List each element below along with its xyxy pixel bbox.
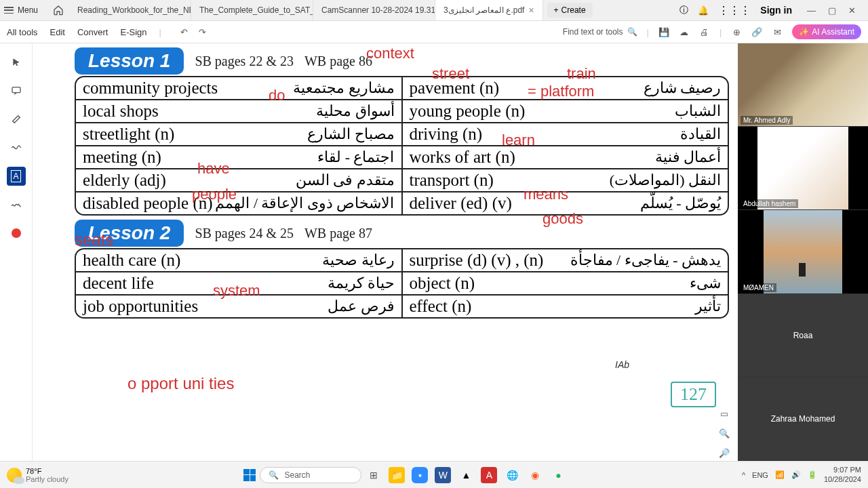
tab-sat-guide[interactable]: The_Complete_Guide_to_SAT_...: [191, 0, 313, 20]
convert-button[interactable]: Convert: [77, 27, 108, 37]
cloud-icon[interactable]: ☁: [679, 26, 690, 37]
share-icon[interactable]: ⊕: [731, 26, 742, 37]
spotify-icon[interactable]: ●: [550, 467, 566, 483]
page-fit-icon[interactable]: ▭: [720, 409, 728, 419]
annotation-means: means: [524, 186, 568, 203]
sign-tool-icon[interactable]: [7, 195, 26, 214]
table-row: health care (n)رعاية صحيةsurprise (d) (v…: [76, 249, 728, 272]
brave-icon[interactable]: ◉: [527, 467, 543, 483]
table-row: elderly (adj)متقدم فى السنtransport (n)ا…: [76, 169, 728, 192]
help-icon[interactable]: ⓘ: [679, 4, 688, 16]
tab-camscanner[interactable]: CamScanner 10-28-2024 19.31.pdf☆: [313, 0, 435, 20]
annotation-people: people: [192, 186, 237, 203]
annotation-system: system: [213, 282, 260, 300]
edit-button[interactable]: Edit: [50, 27, 65, 37]
zoom-in-icon[interactable]: 🔍: [719, 428, 730, 439]
text-cursor-hint: IAb: [615, 359, 629, 370]
annotation-context: context: [366, 45, 414, 62]
drive-icon[interactable]: ▲: [458, 467, 474, 483]
svg-rect-0: [12, 87, 20, 93]
table-row: meeting (n)اجتماع - لقاءworks of art (n)…: [76, 146, 728, 169]
taskbar-search[interactable]: 🔍Search: [260, 467, 361, 483]
lesson1-sb-ref: SB pages 22 & 23: [195, 54, 294, 69]
task-view-icon[interactable]: ⊞: [366, 467, 382, 483]
link-icon[interactable]: 🔗: [751, 26, 762, 37]
table-row: streetlight (n)مصباح الشارعdriving (n)ال…: [76, 123, 728, 146]
highlight-tool-icon[interactable]: [7, 110, 26, 129]
print-icon[interactable]: 🖨: [699, 26, 710, 37]
table-row: local shopsأسواق محليةyoung people (n)ال…: [76, 100, 728, 123]
menu-button[interactable]: Menu: [0, 5, 47, 15]
participant-zahraa[interactable]: Zahraa Mohamed: [738, 378, 868, 461]
signin-button[interactable]: Sign in: [760, 5, 792, 16]
comment-tool-icon[interactable]: [7, 81, 26, 100]
clock[interactable]: 9:07 PM 10/28/2024: [824, 466, 861, 483]
language-indicator[interactable]: ENG: [752, 471, 768, 479]
taskbar: 78°F Partly cloudy 🔍Search ⊞ 📁 ▪ W ▲ A 🌐…: [0, 461, 868, 488]
minimize-button[interactable]: —: [807, 5, 816, 16]
maximize-button[interactable]: ▢: [828, 5, 836, 16]
volume-icon[interactable]: 🔊: [791, 470, 801, 479]
close-icon[interactable]: ×: [528, 5, 534, 16]
lesson2-wb-ref: WB page 87: [304, 226, 372, 241]
document-tabs: Reading_Workbook_for_the_NE... The_Compl…: [69, 0, 673, 20]
lesson2-vocab-table: health care (n)رعاية صحيةsurprise (d) (v…: [75, 248, 729, 319]
search-icon: 🔍: [269, 470, 279, 480]
battery-icon[interactable]: 🔋: [808, 470, 817, 479]
undo-icon[interactable]: ↶: [180, 27, 188, 37]
ai-assistant-button[interactable]: ✨ AI Assistant: [792, 24, 861, 39]
apps-icon[interactable]: ⋮⋮⋮: [718, 4, 751, 17]
text-tool-icon[interactable]: A: [7, 167, 26, 186]
weather-condition: Partly cloudy: [26, 475, 68, 483]
weather-temp: 78°F: [26, 467, 68, 475]
bell-icon[interactable]: 🔔: [698, 5, 709, 16]
document-viewport[interactable]: Lesson 1 SB pages 22 & 23 WB page 86 con…: [33, 43, 738, 461]
table-row: decent lifeحياة كريمةobject (n)شىء: [76, 272, 728, 296]
weather-widget[interactable]: 78°F Partly cloudy: [7, 467, 68, 483]
participant-ahmed[interactable]: Mr. Ahmed Adly: [738, 43, 868, 127]
participant-abdullah[interactable]: Abdullah hashem: [738, 127, 868, 210]
right-icon-strip: ▭ 🔍 🔎: [712, 409, 736, 458]
participants-panel: Mr. Ahmed Adly Abdullah hashem MØAMEN Ro…: [738, 43, 868, 461]
zoom-out-icon[interactable]: 🔎: [719, 448, 730, 458]
record-icon[interactable]: [7, 224, 26, 243]
create-tab-button[interactable]: +Create: [547, 3, 593, 18]
lesson1-vocab-table: community projectsمشاريع مجتمعيةpavement…: [75, 76, 729, 216]
lesson2-sb-ref: SB pages 24 & 25: [195, 226, 294, 241]
chrome-icon[interactable]: 🌐: [504, 467, 520, 483]
annotation-opportunities: o pport uni ties: [127, 374, 234, 393]
word-icon[interactable]: W: [435, 467, 451, 483]
home-icon[interactable]: [47, 2, 69, 18]
esign-button[interactable]: E-Sign: [120, 27, 146, 37]
draw-tool-icon[interactable]: [7, 138, 26, 157]
acrobat-icon[interactable]: A: [481, 467, 497, 483]
selection-tool-icon[interactable]: [7, 53, 26, 72]
participant-roaa[interactable]: Roaa: [738, 294, 868, 378]
annotation-platform: = platform: [528, 83, 594, 100]
annotation-seats: seats: [75, 230, 113, 249]
annotation-have: have: [197, 160, 230, 178]
tab-active-arabic[interactable]: 3ع المعاصر انجلیزی.pdf×: [435, 0, 543, 20]
save-icon[interactable]: 💾: [658, 26, 669, 37]
left-tool-panel: A: [0, 43, 33, 461]
titlebar: Menu Reading_Workbook_for_the_NE... The_…: [0, 0, 868, 21]
tray-chevron-icon[interactable]: ^: [742, 471, 745, 479]
participant-moamen[interactable]: MØAMEN: [738, 210, 868, 293]
start-button[interactable]: [243, 469, 256, 481]
wifi-icon[interactable]: 📶: [775, 470, 785, 479]
all-tools-button[interactable]: All tools: [7, 27, 38, 37]
redo-icon[interactable]: ↷: [199, 27, 206, 37]
find-text-input[interactable]: Find text or tools🔍: [563, 27, 637, 37]
close-window-button[interactable]: ✕: [848, 5, 856, 16]
zoom-app-icon[interactable]: ▪: [412, 467, 428, 483]
lesson-1-badge: Lesson 1: [75, 47, 184, 75]
explorer-icon[interactable]: 📁: [389, 467, 405, 483]
toolbar: All tools Edit Convert E-Sign | ↶ ↷ Find…: [0, 21, 868, 43]
page-number: 127: [671, 382, 716, 407]
weather-icon: [7, 468, 22, 483]
mail-icon[interactable]: ✉: [772, 26, 783, 37]
search-icon: 🔍: [627, 27, 637, 37]
table-row: disabled people (n)الاشخاص ذوى الإعاقة /…: [76, 192, 728, 214]
table-row: job opportunitiesفرص عملeffect (n)تأثير: [76, 296, 728, 317]
tab-reading-workbook[interactable]: Reading_Workbook_for_the_NE...: [69, 0, 191, 20]
